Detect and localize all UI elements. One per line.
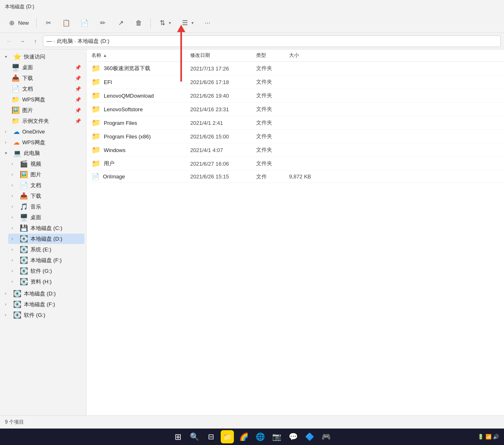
taskbar-explorer-button[interactable]: 📁 <box>221 430 234 443</box>
downloads-label: 下载 <box>22 75 72 82</box>
drive-h-arrow: › <box>12 279 17 284</box>
file-row[interactable]: 📁 EFI 2021/6/26 17:18 文件夹 <box>86 75 504 89</box>
taskbar-chat-button[interactable]: 💬 <box>287 430 300 443</box>
taskbar-chrome-button[interactable]: 🌐 <box>254 430 267 443</box>
sidebar-item-downloads2[interactable]: › 📥 下载 <box>8 191 84 201</box>
sidebar-item-drive-f2[interactable]: › 💽 本地磁盘 (F:) <box>2 299 84 309</box>
sort-button[interactable]: ⇅ ▾ <box>154 16 175 30</box>
view-button[interactable]: ☰ ▾ <box>177 16 198 30</box>
share-button[interactable]: ↗ <box>112 16 129 30</box>
file-name-6: 📁 Windows <box>91 145 190 155</box>
file-row[interactable]: 📄 OriImage 2021/6/26 15:15 文件 9,872 KB <box>86 171 504 183</box>
taskbar-blue-button[interactable]: 🔷 <box>303 430 316 443</box>
file-date-1: 2021/6/26 17:18 <box>190 79 256 85</box>
delete-button[interactable]: 🗑 <box>131 16 147 30</box>
window-title: 本地磁盘 (D:) <box>5 3 34 10</box>
copy-button[interactable]: 📋 <box>58 16 75 30</box>
drive-d-icon: 💽 <box>20 235 28 243</box>
sidebar-item-wps-main[interactable]: › ☁ WPS网盘 <box>2 137 84 148</box>
rename-button[interactable]: ✏ <box>94 16 111 30</box>
cut-icon: ✂ <box>44 19 52 27</box>
sidebar-item-drive-d2[interactable]: › 💽 本地磁盘 (D:) <box>2 288 84 299</box>
drive-d2-label: 本地磁盘 (D:) <box>24 290 81 297</box>
taskbar-game-button[interactable]: 🎮 <box>320 430 333 443</box>
sidebar-item-drive-c[interactable]: › 💾 本地磁盘 (C:) <box>8 223 84 233</box>
header-date[interactable]: 修改日期 <box>190 52 256 59</box>
wps-cloud-icon: 📁 <box>12 96 20 103</box>
sidebar-item-quick-access[interactable]: ▾ ⭐ 快速访问 <box>2 52 84 62</box>
folder-icon-1: 📁 <box>91 77 100 87</box>
sidebar-item-downloads[interactable]: 📥 下载 📌 <box>8 73 84 83</box>
sidebar-item-docs2[interactable]: › 📄 文档 <box>8 180 84 190</box>
file-row[interactable]: 📁 LenovoSoftstore 2021/4/16 23:31 文件夹 <box>86 103 504 116</box>
desktop-pin: 📌 <box>75 65 81 70</box>
sidebar-item-drive-d[interactable]: › 💽 本地磁盘 (D:) <box>8 234 84 244</box>
drive-g2-icon: 💽 <box>13 311 21 319</box>
sidebar-item-drive-g2[interactable]: › 💽 软件 (G:) <box>2 310 84 320</box>
item-count: 9 个项目 <box>5 419 24 426</box>
sidebar-item-documents[interactable]: 📄 文档 📌 <box>8 84 84 94</box>
sidebar-item-sample-folder[interactable]: 📁 示例文件夹 📌 <box>8 116 84 126</box>
desktop-label: 桌面 <box>22 64 72 71</box>
file-row[interactable]: 📁 Windows 2021/4/1 4:07 文件夹 <box>86 143 504 157</box>
file-row[interactable]: 📁 LenovoQMDownload 2021/6/26 19:40 文件夹 <box>86 89 504 103</box>
sidebar-item-drive-g[interactable]: › 💽 软件 (G:) <box>8 266 84 276</box>
sidebar-item-wps-cloud[interactable]: 📁 WPS网盘 📌 <box>8 94 84 105</box>
file-row[interactable]: 📁 用户 2021/6/27 16:06 文件夹 <box>86 157 504 171</box>
breadcrumb-drive[interactable]: 本地磁盘 (D:) <box>77 37 109 45</box>
breadcrumb-dash: — <box>47 38 52 44</box>
file-date-4: 2021/4/1 2:41 <box>190 120 256 126</box>
documents-icon: 📄 <box>12 85 20 93</box>
sidebar-item-drive-e[interactable]: › 💽 系统 (E:) <box>8 244 84 255</box>
cut-button[interactable]: ✂ <box>40 16 56 30</box>
file-date-2: 2021/6/26 19:40 <box>190 93 256 99</box>
videos-icon: 🎬 <box>20 160 28 168</box>
sidebar-item-pictures[interactable]: 🖼️ 图片 📌 <box>8 105 84 115</box>
sidebar-item-music[interactable]: › 🎵 音乐 <box>8 201 84 212</box>
file-row[interactable]: 📁 Program Files 2021/4/1 2:41 文件夹 <box>86 116 504 130</box>
paste-button[interactable]: 📄 <box>76 16 93 30</box>
drive-e-label: 系统 (E:) <box>30 246 81 253</box>
file-name-4: 📁 Program Files <box>91 118 190 127</box>
sidebar-item-onedrive[interactable]: › ☁ OneDrive <box>2 126 84 137</box>
file-name-3: 📁 LenovoSoftstore <box>91 105 190 114</box>
file-date-0: 2021/7/13 17:26 <box>190 66 256 72</box>
file-name-1: 📁 EFI <box>91 77 190 87</box>
view-chevron: ▾ <box>191 21 194 25</box>
file-row[interactable]: 📁 Program Files (x86) 2021/6/26 15:00 文件… <box>86 130 504 143</box>
quick-access-items: 🖥️ 桌面 📌 📥 下载 📌 📄 文档 📌 📁 WPS网盘 📌 🖼️ <box>0 62 86 126</box>
sidebar-item-desktop[interactable]: 🖥️ 桌面 📌 <box>8 62 84 73</box>
folder-icon-4: 📁 <box>91 118 100 127</box>
file-row[interactable]: 📁 360极速浏览器下载 2021/7/13 17:26 文件夹 <box>86 62 504 75</box>
sidebar-item-pictures2[interactable]: › 🖼️ 图片 <box>8 169 84 180</box>
sidebar-item-desktop2[interactable]: › 🖥️ 桌面 <box>8 212 84 222</box>
taskbar-taskview-button[interactable]: ⊟ <box>204 430 217 443</box>
breadcrumb-pc[interactable]: 此电脑 <box>57 37 73 45</box>
forward-button[interactable]: → <box>16 35 28 47</box>
file-date-5: 2021/6/26 15:00 <box>190 134 256 140</box>
sidebar-item-this-pc[interactable]: ▾ 💻 此电脑 <box>2 148 84 158</box>
pictures2-icon: 🖼️ <box>20 171 28 178</box>
taskbar-start-button[interactable]: ⊞ <box>171 430 184 443</box>
sidebar-item-drive-f[interactable]: › 💽 本地磁盘 (F:) <box>8 255 84 265</box>
taskbar-camera-button[interactable]: 📷 <box>270 430 283 443</box>
sidebar-item-videos[interactable]: › 🎬 视频 <box>8 159 84 169</box>
view-icon: ☰ <box>181 19 189 27</box>
taskbar-rainbow-button[interactable]: 🌈 <box>237 430 250 443</box>
sidebar-item-drive-h[interactable]: › 💽 资料 (H:) <box>8 276 84 287</box>
extra-drives: › 💽 本地磁盘 (D:) › 💽 本地磁盘 (F:) › 💽 软件 (G:) <box>0 288 86 320</box>
more-button[interactable]: ··· <box>199 16 216 30</box>
up-button[interactable]: ↑ <box>30 35 41 47</box>
header-name[interactable]: 名称 ▲ <box>91 52 190 59</box>
header-size[interactable]: 大小 <box>289 52 330 59</box>
taskbar-search-button[interactable]: 🔍 <box>188 430 201 443</box>
back-button[interactable]: ← <box>3 35 15 47</box>
folder-icon-0: 📁 <box>91 64 100 73</box>
onedrive-label: OneDrive <box>22 129 81 135</box>
delete-icon: 🗑 <box>135 19 143 27</box>
drive-d2-arrow: › <box>5 291 11 296</box>
header-type[interactable]: 类型 <box>256 52 289 59</box>
drive-d-arrow: › <box>12 237 17 241</box>
breadcrumb[interactable]: — › 此电脑 › 本地磁盘 (D:) <box>43 35 501 47</box>
new-button[interactable]: ⊕ New <box>3 16 33 30</box>
